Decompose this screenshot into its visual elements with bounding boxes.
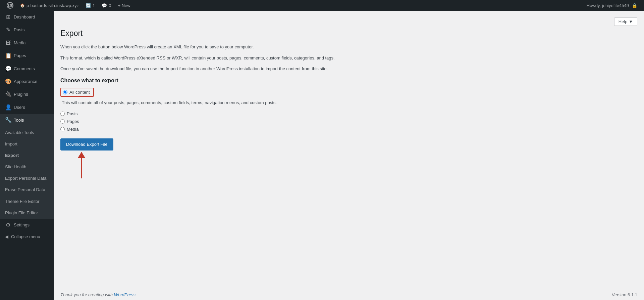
submenu-site-health[interactable]: Site Health	[0, 161, 54, 173]
new-content[interactable]: + New	[115, 0, 134, 11]
pages-icon: 📋	[5, 52, 11, 59]
sidebar-item-dashboard[interactable]: ⊞ Dashboard	[0, 11, 54, 24]
wordpress-link[interactable]: WordPress	[114, 292, 136, 297]
comments[interactable]: 💬 0	[98, 0, 114, 11]
media-radio[interactable]	[60, 127, 65, 131]
sidebar-item-posts[interactable]: ✎ Posts	[0, 24, 54, 36]
all-content-description: This will contain all of your posts, pag…	[62, 99, 637, 106]
download-export-button[interactable]: Download Export File	[60, 138, 113, 151]
sidebar-item-plugins[interactable]: 🔌 Plugins	[0, 88, 54, 101]
submenu-theme-file-editor[interactable]: Theme File Editor	[0, 196, 54, 207]
submenu-export-personal-data[interactable]: Export Personal Data	[0, 173, 54, 184]
submenu-plugin-file-editor[interactable]: Plugin File Editor	[0, 207, 54, 219]
sidebar-item-settings[interactable]: ⚙ Settings	[0, 219, 54, 231]
appearance-icon: 🎨	[5, 78, 11, 85]
pages-label[interactable]: Pages	[67, 119, 79, 124]
wp-logo[interactable]	[3, 0, 17, 11]
choose-export-heading: Choose what to export	[60, 78, 637, 84]
posts-icon: ✎	[5, 26, 11, 34]
sidebar: ⊞ Dashboard ✎ Posts 🖼 Media 📋 Pa	[0, 11, 54, 300]
updates[interactable]: 🔄 1	[82, 0, 98, 11]
posts-radio[interactable]	[60, 112, 65, 116]
media-option: Media	[60, 127, 637, 132]
media-label[interactable]: Media	[67, 127, 78, 132]
all-content-option-box: All content	[60, 88, 94, 97]
pages-radio[interactable]	[60, 119, 65, 124]
comments-icon: 💬	[5, 65, 11, 73]
all-content-label[interactable]: All content	[69, 90, 90, 95]
user-greeting[interactable]: Howdy, jehiyefite4549 🔒	[583, 0, 641, 11]
submenu-available-tools[interactable]: Available Tools	[0, 127, 54, 138]
settings-icon: ⚙	[5, 221, 11, 229]
site-name[interactable]: 🏠 p-bastards-sila.instawp.xyz	[17, 0, 82, 11]
sidebar-item-media[interactable]: 🖼 Media	[0, 37, 54, 49]
users-icon: 👤	[5, 104, 11, 111]
collapse-menu-button[interactable]: ◀ Collapse menu	[0, 231, 54, 242]
admin-bar: 🏠 p-bastards-sila.instawp.xyz 🔄 1 💬 0 + …	[0, 0, 644, 11]
tools-icon: 🔧	[5, 117, 11, 124]
description-1: When you click the button below WordPres…	[60, 44, 637, 51]
sidebar-item-appearance[interactable]: 🎨 Appearance	[0, 75, 54, 88]
version-text: Version 6.1.1	[612, 292, 637, 297]
submenu-export[interactable]: Export	[0, 150, 54, 161]
sidebar-item-users[interactable]: 👤 Users	[0, 101, 54, 114]
footer-text: Thank you for creating with WordPress.	[60, 292, 137, 297]
description-3: Once you've saved the download file, you…	[60, 66, 637, 73]
media-icon: 🖼	[5, 39, 11, 47]
submenu-import[interactable]: Import	[0, 138, 54, 150]
main-content: Help ▼ Export When you click the button …	[54, 11, 644, 300]
sidebar-item-pages[interactable]: 📋 Pages	[0, 49, 54, 62]
submenu-erase-personal-data[interactable]: Erase Personal Data	[0, 184, 54, 196]
all-content-radio[interactable]	[63, 90, 67, 94]
plugins-icon: 🔌	[5, 91, 11, 98]
sidebar-item-tools[interactable]: 🔧 Tools Available Tools Import Export Si…	[0, 114, 54, 219]
arrow-shaft	[81, 157, 82, 178]
pages-option: Pages	[60, 119, 637, 124]
arrow-annotation	[78, 152, 86, 180]
help-button[interactable]: Help ▼	[614, 17, 637, 26]
collapse-icon: ◀	[5, 234, 8, 239]
posts-label[interactable]: Posts	[67, 111, 78, 116]
footer: Thank you for creating with WordPress. V…	[60, 288, 637, 300]
posts-option: Posts	[60, 111, 637, 116]
export-options: All content This will contain all of you…	[60, 88, 637, 132]
page-title: Export	[60, 29, 637, 39]
dashboard-icon: ⊞	[5, 13, 11, 21]
description-2: This format, which is called WordPress e…	[60, 55, 637, 62]
sidebar-item-comments[interactable]: 💬 Comments	[0, 62, 54, 75]
